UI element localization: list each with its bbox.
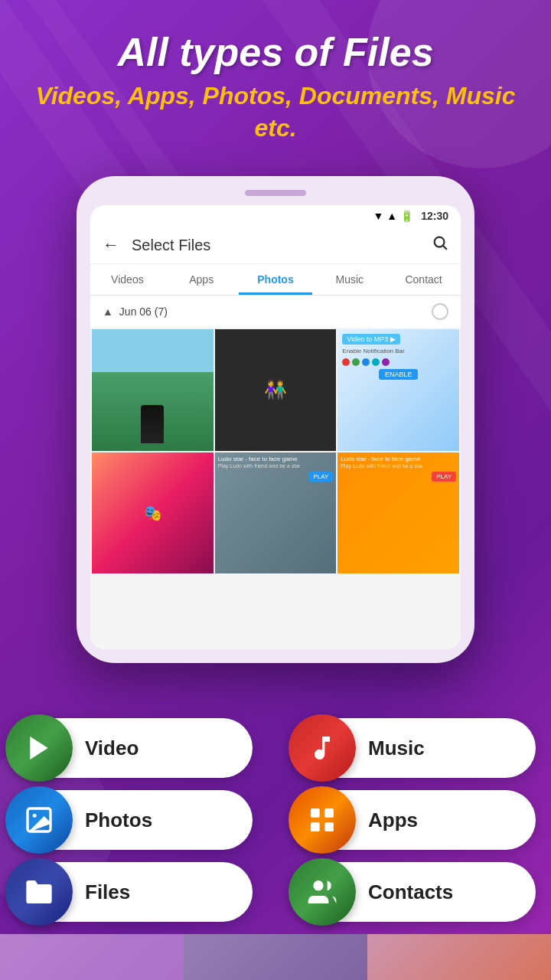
svg-marker-2 (30, 737, 47, 760)
status-bar: ▼ ▲ 🔋 12:30 (90, 205, 461, 227)
status-icons: ▼ ▲ 🔋 (373, 210, 413, 222)
back-button[interactable]: ← (103, 235, 119, 255)
files-icon (5, 858, 73, 926)
tabs-bar: Videos Apps Photos Music Contact (90, 264, 461, 296)
photo-cell-6[interactable]: Ludo star - face to face game Play Ludo … (337, 452, 459, 574)
contacts-label: Contacts (368, 880, 453, 904)
hero-header: All types of Files Videos, Apps, Photos,… (0, 0, 551, 159)
files-label: Files (85, 880, 130, 904)
svg-rect-8 (324, 822, 334, 831)
chevron-icon: ▲ (103, 305, 113, 318)
apps-label: Apps (368, 808, 418, 832)
date-group-label: Jun 06 (7) (119, 305, 168, 318)
svg-point-9 (313, 880, 323, 890)
music-icon (289, 714, 356, 782)
tab-music[interactable]: Music (312, 264, 386, 295)
photos-icon (5, 786, 73, 854)
music-button[interactable]: Music (298, 718, 536, 778)
apps-icon (289, 786, 356, 854)
svg-rect-7 (311, 822, 320, 831)
tab-videos[interactable]: Videos (90, 264, 165, 295)
contacts-button[interactable]: Contacts (298, 862, 536, 922)
wifi-icon: ▼ (373, 210, 383, 222)
clock: 12:30 (421, 210, 448, 222)
photo-cell-3[interactable]: Video to MP3 ▶ Enable Notification Bar E… (337, 329, 459, 451)
cat-row-3: Files Contacts (15, 862, 536, 922)
svg-rect-5 (311, 808, 320, 818)
files-button[interactable]: Files (15, 862, 253, 922)
photo-cell-1[interactable] (92, 329, 214, 451)
main-title: All types of Files (31, 31, 520, 74)
video-label: Video (85, 737, 139, 760)
tab-apps[interactable]: Apps (165, 264, 239, 295)
tab-photos[interactable]: Photos (239, 264, 313, 295)
photos-label: Photos (85, 808, 152, 832)
apps-button[interactable]: Apps (298, 790, 536, 850)
phone-mockup: ▼ ▲ 🔋 12:30 ← Select Files V (77, 176, 474, 663)
content-area: ▲ Jun 06 (7) 👫 (90, 296, 461, 649)
phone-screen: ▼ ▲ 🔋 12:30 ← Select Files V (90, 205, 461, 649)
svg-line-1 (443, 246, 446, 249)
search-button[interactable] (432, 234, 448, 256)
select-all-checkbox[interactable] (432, 303, 448, 320)
video-icon (5, 714, 73, 782)
phone-frame: ▼ ▲ 🔋 12:30 ← Select Files V (77, 176, 474, 663)
subtitle: Videos, Apps, Photos, Documents, Music e… (31, 80, 520, 144)
categories-section: Video Music Photos (0, 718, 551, 934)
photos-button[interactable]: Photos (15, 790, 253, 850)
bottom-peek (0, 934, 551, 980)
music-label: Music (368, 737, 425, 760)
photo-grid: 👫 Video to MP3 ▶ Enable Notification Bar (90, 328, 461, 575)
screen-title: Select Files (132, 237, 432, 254)
video-button[interactable]: Video (15, 718, 253, 778)
battery-icon: 🔋 (400, 210, 413, 222)
svg-point-4 (33, 814, 37, 818)
phone-speaker (245, 190, 306, 196)
signal-icon: ▲ (386, 210, 397, 222)
photo-cell-5[interactable]: Ludo star - face to face game Play Ludo … (215, 452, 337, 574)
cat-row-1: Video Music (15, 718, 536, 778)
cat-row-2: Photos Apps (15, 790, 536, 850)
date-header: ▲ Jun 06 (7) (90, 296, 461, 328)
svg-rect-6 (324, 808, 334, 818)
photo-cell-4[interactable]: 🎭 (92, 452, 214, 574)
contacts-icon (289, 858, 356, 926)
tab-contact[interactable]: Contact (386, 264, 461, 295)
photo-cell-2[interactable]: 👫 (215, 329, 337, 451)
app-header: ← Select Files (90, 227, 461, 264)
